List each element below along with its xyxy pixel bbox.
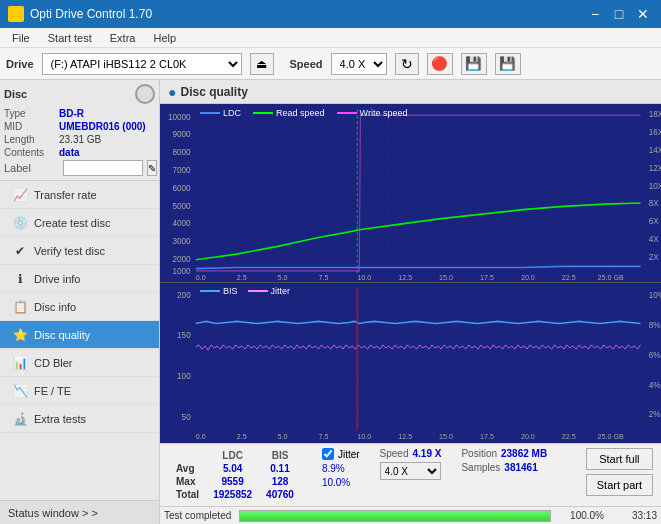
- progress-time: 33:13: [612, 510, 657, 521]
- close-button[interactable]: ✕: [633, 4, 653, 24]
- stats-col-empty: [170, 450, 205, 461]
- stats-row-total: Total 1925852 40760: [170, 489, 300, 500]
- disc-panel: Disc Type BD-R MID UMEBDR016 (000) Lengt…: [0, 80, 159, 181]
- drive-select[interactable]: (F:) ATAPI iHBS112 2 CL0K: [42, 53, 242, 75]
- speed-refresh-button[interactable]: ↻: [395, 53, 419, 75]
- menu-extra[interactable]: Extra: [102, 30, 144, 46]
- bottom-chart: BIS Jitter 200: [160, 283, 661, 443]
- svg-text:7.5: 7.5: [318, 272, 328, 281]
- disc-mid-value: UMEBDR016 (000): [59, 121, 146, 132]
- nav-drive-info-label: Drive info: [34, 273, 80, 285]
- chart-header: ● Disc quality: [160, 80, 661, 104]
- legend-bis: BIS: [200, 286, 238, 296]
- nav-transfer-rate[interactable]: 📈 Transfer rate: [0, 181, 159, 209]
- svg-text:7.5: 7.5: [318, 432, 328, 441]
- verify-test-disc-icon: ✔: [12, 243, 28, 259]
- stats-row-avg: Avg 5.04 0.11: [170, 463, 300, 474]
- chart-bottom-legend: BIS Jitter: [200, 286, 290, 296]
- start-part-button[interactable]: Start part: [586, 474, 653, 496]
- disc-mid-row: MID UMEBDR016 (000): [4, 121, 155, 132]
- jitter-checkbox[interactable]: [322, 448, 334, 460]
- svg-text:22.5: 22.5: [562, 272, 576, 281]
- menu-help[interactable]: Help: [145, 30, 184, 46]
- disc-title: Disc: [4, 88, 27, 100]
- toolbar-icon-btn-3[interactable]: 💾: [495, 53, 521, 75]
- maximize-button[interactable]: □: [609, 4, 629, 24]
- status-window-label: Status window > >: [8, 507, 98, 519]
- charts-container: LDC Read speed Write speed: [160, 104, 661, 524]
- disc-label-input[interactable]: [63, 160, 143, 176]
- transfer-rate-icon: 📈: [12, 187, 28, 203]
- titlebar: Opti Drive Control 1.70 − □ ✕: [0, 0, 661, 28]
- stats-max-label: Max: [170, 476, 205, 487]
- nav-drive-info[interactable]: ℹ Drive info: [0, 265, 159, 293]
- nav-disc-info[interactable]: 📋 Disc info: [0, 293, 159, 321]
- nav-items: 📈 Transfer rate 💿 Create test disc ✔ Ver…: [0, 181, 159, 500]
- nav-disc-quality[interactable]: ⭐ Disc quality: [0, 321, 159, 349]
- stats-bar: LDC BIS Avg 5.04 0.11 Max: [160, 443, 661, 506]
- svg-text:6000: 6000: [173, 182, 191, 192]
- extra-tests-icon: 🔬: [12, 411, 28, 427]
- stats-table: LDC BIS Avg 5.04 0.11 Max: [168, 448, 302, 502]
- svg-text:5.0: 5.0: [278, 432, 288, 441]
- nav-cd-bler[interactable]: 📊 CD Bler: [0, 349, 159, 377]
- legend-ldc: LDC: [200, 108, 241, 118]
- stats-avg-label: Avg: [170, 463, 205, 474]
- disc-contents-label: Contents: [4, 147, 59, 158]
- nav-create-test-disc[interactable]: 💿 Create test disc: [0, 209, 159, 237]
- stats-max-ldc: 9559: [207, 476, 258, 487]
- svg-text:50: 50: [182, 411, 191, 421]
- disc-contents-row: Contents data: [4, 147, 155, 158]
- nav-create-test-disc-label: Create test disc: [34, 217, 110, 229]
- status-text: Test completed: [164, 510, 231, 521]
- disc-label-label: Label: [4, 162, 59, 174]
- svg-text:15.0: 15.0: [439, 432, 453, 441]
- menu-file[interactable]: File: [4, 30, 38, 46]
- stats-avg-ldc: 5.04: [207, 463, 258, 474]
- jitter-max-val: 10.0%: [322, 477, 350, 488]
- disc-type-row: Type BD-R: [4, 108, 155, 119]
- status-window-button[interactable]: Status window > >: [0, 500, 159, 524]
- nav-extra-tests[interactable]: 🔬 Extra tests: [0, 405, 159, 433]
- svg-text:2.5: 2.5: [237, 432, 247, 441]
- position-value: 23862 MB: [501, 448, 547, 459]
- disc-label-button[interactable]: ✎: [147, 160, 157, 176]
- toolbar-icon-btn-2[interactable]: 💾: [461, 53, 487, 75]
- disc-length-row: Length 23.31 GB: [4, 134, 155, 145]
- titlebar-controls: − □ ✕: [585, 4, 653, 24]
- legend-read-speed: Read speed: [253, 108, 325, 118]
- nav-verify-test-disc[interactable]: ✔ Verify test disc: [0, 237, 159, 265]
- minimize-button[interactable]: −: [585, 4, 605, 24]
- speed-select[interactable]: 4.0 X: [331, 53, 387, 75]
- svg-text:2X: 2X: [649, 251, 659, 261]
- svg-text:17.5: 17.5: [480, 272, 494, 281]
- speed-label-2: Speed: [380, 448, 409, 459]
- stats-max-bis: 128: [260, 476, 300, 487]
- jitter-label: Jitter: [338, 449, 360, 460]
- nav-fe-te[interactable]: 📉 FE / TE: [0, 377, 159, 405]
- eject-button[interactable]: ⏏: [250, 53, 274, 75]
- toolbar-icon-btn-1[interactable]: 🔴: [427, 53, 453, 75]
- nav-fe-te-label: FE / TE: [34, 385, 71, 397]
- svg-text:12.5: 12.5: [398, 432, 412, 441]
- svg-text:25.0 GB: 25.0 GB: [598, 272, 624, 281]
- svg-text:10%: 10%: [649, 290, 661, 300]
- samples-value: 381461: [504, 462, 537, 473]
- svg-text:4000: 4000: [173, 218, 191, 228]
- svg-text:200: 200: [177, 290, 191, 300]
- progress-bar: [239, 510, 551, 522]
- svg-text:4%: 4%: [649, 379, 661, 389]
- svg-text:25.0 GB: 25.0 GB: [598, 432, 624, 441]
- disc-mid-label: MID: [4, 121, 59, 132]
- svg-text:20.0: 20.0: [521, 432, 535, 441]
- svg-text:17.5: 17.5: [480, 432, 494, 441]
- jitter-color: [248, 290, 268, 292]
- start-full-button[interactable]: Start full: [586, 448, 653, 470]
- disc-info-icon: 📋: [12, 299, 28, 315]
- menu-start-test[interactable]: Start test: [40, 30, 100, 46]
- chart-header-icon: ●: [168, 84, 176, 100]
- svg-text:12X: 12X: [649, 162, 661, 172]
- speed-select-stats[interactable]: 4.0 X: [380, 462, 442, 480]
- app-title: Opti Drive Control 1.70: [30, 7, 152, 21]
- samples-label: Samples: [461, 462, 500, 473]
